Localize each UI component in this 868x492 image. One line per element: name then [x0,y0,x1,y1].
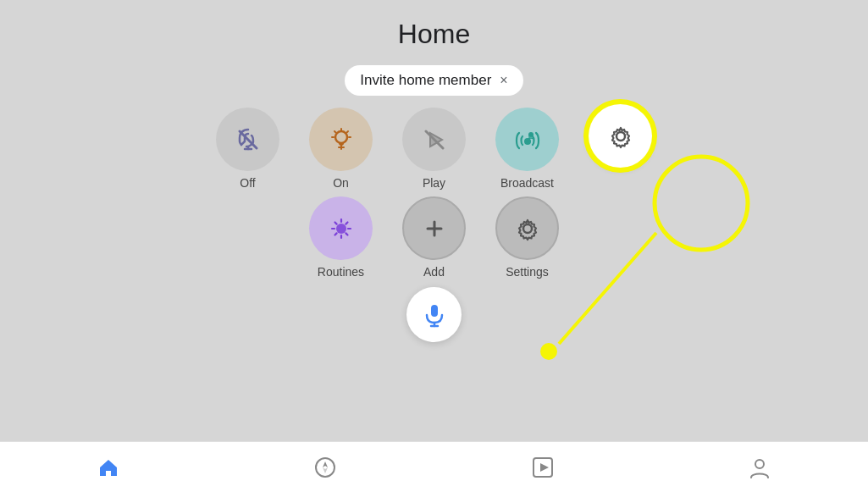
invite-home-member-button[interactable]: Invite home member × [345,65,522,96]
routines-circle [309,196,373,260]
action-routines[interactable]: Routines [299,196,384,279]
bottom-navigation [0,441,868,492]
nav-discover[interactable] [217,442,434,492]
page-title: Home [0,0,868,50]
svg-point-18 [336,224,346,234]
svg-line-26 [334,233,336,235]
svg-line-6 [334,131,336,133]
routines-label: Routines [318,265,364,279]
action-row-2: Routines Add Settings [299,196,570,282]
play-label: Play [423,176,445,190]
mute-icon [233,124,263,155]
compass-icon [313,456,337,479]
svg-line-23 [334,222,336,224]
svg-marker-38 [323,467,328,473]
add-label: Add [423,265,445,279]
action-row-1: Off On [206,108,663,193]
bulb-icon [326,124,357,155]
off-circle [216,108,279,171]
settings-highlight-circle [589,104,652,168]
on-circle [309,108,373,171]
off-label: Off [240,176,255,190]
svg-point-14 [524,138,531,145]
svg-point-3 [335,131,347,143]
action-settings[interactable]: Settings [485,196,570,279]
action-broadcast[interactable]: Broadcast [485,108,570,190]
svg-line-24 [346,233,347,235]
microphone-button[interactable] [406,287,462,342]
svg-marker-37 [323,462,328,467]
mic-icon [421,301,448,329]
svg-line-7 [346,131,348,133]
nav-account[interactable] [651,442,868,492]
play-slash-icon [419,124,450,155]
nav-media[interactable] [434,442,651,492]
nav-home[interactable] [0,442,217,492]
invite-label: Invite home member [360,72,491,89]
play-circle [402,108,466,171]
svg-point-17 [616,132,625,141]
action-on[interactable]: On [299,108,384,190]
svg-point-29 [523,224,532,233]
play-box-icon [531,456,555,479]
svg-point-34 [540,343,557,360]
gear-icon [512,213,543,244]
svg-point-41 [755,460,764,468]
action-add[interactable]: Add [392,196,477,279]
brightness-icon [326,213,357,244]
broadcast-icon [512,124,543,155]
settings-label: Settings [506,265,549,279]
svg-rect-30 [431,305,438,317]
gear-highlight-icon [605,121,636,152]
svg-point-36 [316,458,334,477]
action-off[interactable]: Off [206,108,290,190]
person-icon [748,456,771,479]
action-grid: Off On [0,108,868,342]
on-label: On [333,176,349,190]
svg-line-25 [346,222,347,224]
settings-circle [495,196,559,260]
action-play[interactable]: Play [392,108,477,190]
close-icon[interactable]: × [500,73,507,88]
svg-marker-40 [540,463,549,472]
home-icon [97,456,120,479]
add-circle [402,196,466,260]
broadcast-circle [495,108,559,171]
action-settings-highlighted[interactable] [578,104,663,173]
plus-icon [419,213,450,244]
broadcast-label: Broadcast [500,176,554,190]
mic-row [406,287,462,342]
